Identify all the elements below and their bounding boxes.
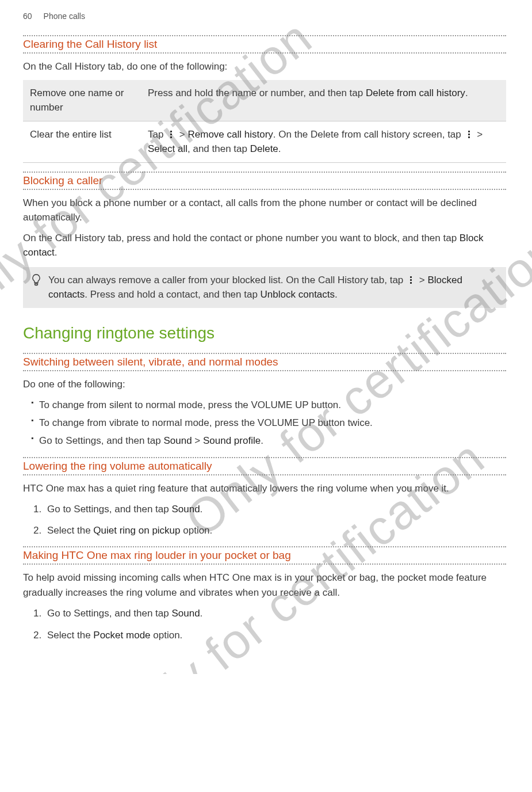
text: > — [192, 435, 203, 446]
text: . — [55, 247, 58, 258]
table-cell: Remove one name or number — [23, 80, 141, 121]
text: . — [200, 608, 203, 619]
text: > — [177, 129, 187, 140]
paragraph: On the Call History tab, do one of the f… — [23, 59, 506, 74]
bold-text: Remove call history — [188, 129, 273, 140]
more-icon — [465, 130, 473, 139]
list-item: Go to Settings, and then tap Sound > Sou… — [23, 433, 506, 448]
page-number: 60 — [23, 12, 32, 21]
bullet-list: To change from silent to normal mode, pr… — [23, 397, 506, 449]
text: . — [261, 435, 263, 446]
text: Select the — [47, 525, 93, 536]
bold-text: Unblock contacts — [261, 289, 335, 300]
divider — [23, 546, 506, 547]
divider — [23, 474, 506, 475]
text: . — [465, 87, 468, 98]
divider — [23, 370, 506, 371]
table-row: Remove one name or number Press and hold… — [23, 80, 506, 121]
divider — [23, 35, 506, 36]
text: > — [416, 275, 427, 285]
section-name: Phone calls — [44, 12, 85, 21]
bold-text: Sound — [171, 504, 200, 515]
text: . Press and hold a contact, and then tap — [85, 289, 260, 300]
paragraph: HTC One max has a quiet ring feature tha… — [23, 481, 506, 496]
paragraph: To help avoid missing incoming calls whe… — [23, 570, 506, 600]
list-item: Select the Quiet ring on pickup option. — [23, 523, 506, 538]
subheading-blocking: Blocking a caller — [23, 174, 506, 187]
paragraph: On the Call History tab, press and hold … — [23, 231, 506, 260]
text: Press and hold the name or number, and t… — [148, 87, 366, 98]
numbered-list: Go to Settings, and then tap Sound. Sele… — [23, 501, 506, 538]
bold-text: Quiet ring on pickup — [93, 525, 180, 536]
tip-text: You can always remove a caller from your… — [48, 273, 498, 302]
text: . — [278, 143, 281, 154]
bold-text: Delete — [250, 143, 278, 154]
page-header: 60 Phone calls — [23, 12, 506, 21]
divider — [23, 353, 506, 354]
more-icon — [407, 276, 415, 285]
list-item: Select the Pocket mode option. — [23, 627, 506, 643]
text: . On the Delete from call history screen… — [273, 129, 464, 140]
text: option. — [181, 525, 213, 536]
text: On the Call History tab, press and hold … — [23, 233, 460, 243]
text: Go to Settings, and then tap — [39, 435, 163, 446]
text: option. — [151, 630, 183, 641]
bold-text: Select all — [148, 143, 187, 154]
heading-ringtone: Changing ringtone settings — [23, 324, 506, 342]
bold-text: Sound profile — [203, 435, 261, 446]
divider — [23, 189, 506, 190]
text: Tap — [148, 129, 166, 140]
table-cell: Tap > Remove call history. On the Delete… — [141, 121, 506, 162]
text: . — [200, 504, 203, 515]
text: Go to Settings, and then tap — [47, 504, 171, 515]
more-icon — [167, 130, 175, 139]
list-item: Go to Settings, and then tap Sound. — [23, 501, 506, 517]
paragraph: When you block a phone number or a conta… — [23, 196, 506, 225]
list-item: To change from silent to normal mode, pr… — [23, 397, 506, 413]
numbered-list: Go to Settings, and then tap Sound. Sele… — [23, 606, 506, 642]
subheading-switching: Switching between silent, vibrate, and n… — [23, 356, 506, 368]
bold-text: Delete from call history — [366, 87, 465, 98]
bold-text: Pocket mode — [93, 630, 150, 641]
text: > — [474, 129, 483, 140]
divider — [23, 52, 506, 54]
divider — [23, 563, 506, 565]
list-item: To change from vibrate to normal mode, p… — [23, 415, 506, 431]
bold-text: Sound — [171, 608, 200, 619]
tip-box: You can always remove a caller from your… — [23, 267, 506, 308]
text: Go to Settings, and then tap — [47, 608, 171, 619]
paragraph: Do one of the following: — [23, 377, 506, 392]
divider — [23, 457, 506, 458]
subheading-clearing: Clearing the Call History list — [23, 38, 506, 51]
table-cell: Press and hold the name or number, and t… — [141, 80, 506, 121]
text: You can always remove a caller from your… — [48, 275, 406, 285]
table-cell: Clear the entire list — [23, 121, 141, 162]
text: . — [335, 289, 338, 300]
text: Select the — [47, 630, 93, 641]
text: , and then tap — [187, 143, 250, 154]
subheading-lowering: Lowering the ring volume automatically — [23, 460, 506, 473]
bold-text: Sound — [163, 435, 192, 446]
call-history-table: Remove one name or number Press and hold… — [23, 80, 506, 163]
subheading-pocket: Making HTC One max ring louder in your p… — [23, 549, 506, 562]
lightbulb-icon — [31, 274, 41, 302]
list-item: Go to Settings, and then tap Sound. — [23, 606, 506, 621]
divider — [23, 172, 506, 173]
table-row: Clear the entire list Tap > Remove call … — [23, 121, 506, 162]
